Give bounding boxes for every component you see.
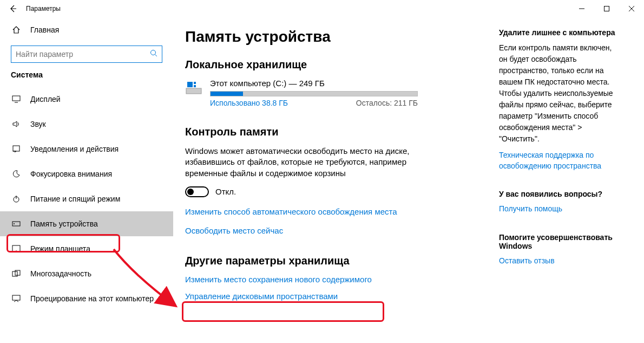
storage-icon — [11, 221, 22, 226]
page-title: Память устройства — [185, 28, 477, 46]
minimize-icon — [579, 6, 584, 11]
power-icon — [11, 195, 22, 203]
free-now-link[interactable]: Освободить место сейчас — [185, 226, 283, 235]
group-title-system: Система — [11, 70, 162, 79]
sidebar-item-tablet[interactable]: Режим планшета — [0, 236, 173, 261]
sidebar-item-label: Режим планшета — [30, 244, 90, 253]
local-storage-heading: Локальное хранилище — [185, 59, 477, 71]
storage-sense-toggle[interactable] — [185, 186, 209, 197]
search-input[interactable] — [11, 46, 162, 63]
window-controls — [569, 0, 644, 17]
questions-heading: У вас появились вопросы? — [499, 190, 618, 198]
back-button[interactable] — [4, 0, 22, 17]
drive-usage-bar — [210, 91, 418, 96]
change-auto-free-link[interactable]: Изменить способ автоматического освобожд… — [185, 207, 397, 216]
sidebar-item-display[interactable]: Дисплей — [0, 87, 173, 112]
notifications-icon — [11, 145, 22, 153]
sidebar: Главная Система Дисплей Звук Уведомления… — [0, 17, 173, 343]
drive-name: Этот компьютер (C:) — 249 ГБ — [210, 79, 477, 88]
sidebar-item-label: Звук — [30, 120, 46, 128]
manage-storage-spaces-link[interactable]: Управление дисковыми пространствами — [185, 292, 477, 301]
right-column: Удалите лишнее с компьютера Если контрол… — [477, 28, 618, 343]
minimize-button[interactable] — [569, 0, 594, 17]
get-help-link[interactable]: Получить помощь — [499, 204, 618, 215]
sidebar-item-notifications[interactable]: Уведомления и действия — [0, 137, 173, 161]
sidebar-item-label: Питание и спящий режим — [30, 195, 120, 203]
sidebar-item-projecting[interactable]: Проецирование на этот компьютер — [0, 286, 173, 311]
svg-rect-19 — [187, 82, 193, 87]
drive-free-label: Осталось: 211 ГБ — [356, 99, 418, 107]
tip-body: Если контроль памяти включен, он будет о… — [499, 42, 618, 145]
sound-icon — [11, 120, 22, 128]
sidebar-item-label: Дисплей — [30, 95, 61, 103]
tip-support-link[interactable]: Техническая поддержка по освобождению пр… — [499, 150, 618, 171]
storage-sense-description: Windows может автоматически освободить м… — [185, 146, 418, 179]
sidebar-item-label: Многозадачность — [30, 269, 91, 278]
svg-point-4 — [151, 50, 156, 55]
storage-sense-heading: Контроль памяти — [185, 126, 477, 138]
home-icon — [11, 25, 22, 34]
svg-rect-20 — [194, 82, 196, 84]
sidebar-item-label: Уведомления и действия — [30, 145, 119, 153]
drive-block[interactable]: Этот компьютер (C:) — 249 ГБ Использован… — [185, 79, 477, 107]
svg-rect-17 — [12, 295, 20, 300]
sidebar-item-sound[interactable]: Звук — [0, 112, 173, 137]
close-button[interactable] — [619, 0, 644, 17]
main-column: Память устройства Локальное хранилище Эт… — [185, 28, 477, 343]
arrow-left-icon — [9, 4, 17, 13]
sidebar-item-multitask[interactable]: Многозадачность — [0, 261, 173, 286]
svg-rect-21 — [194, 85, 196, 87]
drive-used-link[interactable]: Использовано 38.8 ГБ — [210, 99, 288, 107]
sidebar-item-power[interactable]: Питание и спящий режим — [0, 186, 173, 211]
tip-heading: Удалите лишнее с компьютера — [499, 28, 618, 37]
multitask-icon — [11, 270, 22, 277]
tablet-icon — [11, 245, 22, 253]
maximize-button[interactable] — [594, 0, 619, 17]
toggle-state-label: Откл. — [215, 187, 236, 196]
other-storage-heading: Другие параметры хранилища — [185, 255, 477, 267]
close-icon — [629, 6, 634, 11]
drive-icon — [185, 79, 202, 96]
sidebar-item-label: Фокусировка внимания — [30, 170, 112, 178]
search-field[interactable] — [16, 50, 150, 59]
project-icon — [11, 295, 22, 302]
svg-line-5 — [155, 55, 157, 57]
svg-rect-6 — [12, 96, 20, 101]
sidebar-item-storage[interactable]: Память устройства — [0, 211, 173, 236]
sidebar-item-label: Память устройства — [30, 219, 98, 228]
change-save-location-link[interactable]: Изменить место сохранения нового содержи… — [185, 275, 477, 284]
home-link[interactable]: Главная — [11, 17, 162, 42]
sidebar-item-focus[interactable]: Фокусировка внимания — [0, 161, 173, 186]
home-label: Главная — [30, 25, 59, 34]
moon-icon — [11, 170, 22, 178]
svg-point-12 — [14, 223, 15, 224]
content: Память устройства Локальное хранилище Эт… — [173, 17, 644, 343]
svg-rect-1 — [604, 7, 609, 11]
maximize-icon — [604, 6, 609, 11]
search-icon — [150, 49, 157, 59]
svg-point-14 — [16, 250, 17, 251]
display-icon — [11, 95, 22, 103]
svg-rect-8 — [13, 146, 19, 151]
svg-rect-18 — [186, 88, 201, 94]
feedback-heading: Помогите усовершенствовать Windows — [499, 233, 618, 250]
titlebar: Параметры — [0, 0, 644, 17]
sidebar-item-label: Проецирование на этот компьютер — [30, 294, 154, 303]
feedback-link[interactable]: Оставить отзыв — [499, 256, 618, 267]
window-title: Параметры — [26, 5, 61, 12]
